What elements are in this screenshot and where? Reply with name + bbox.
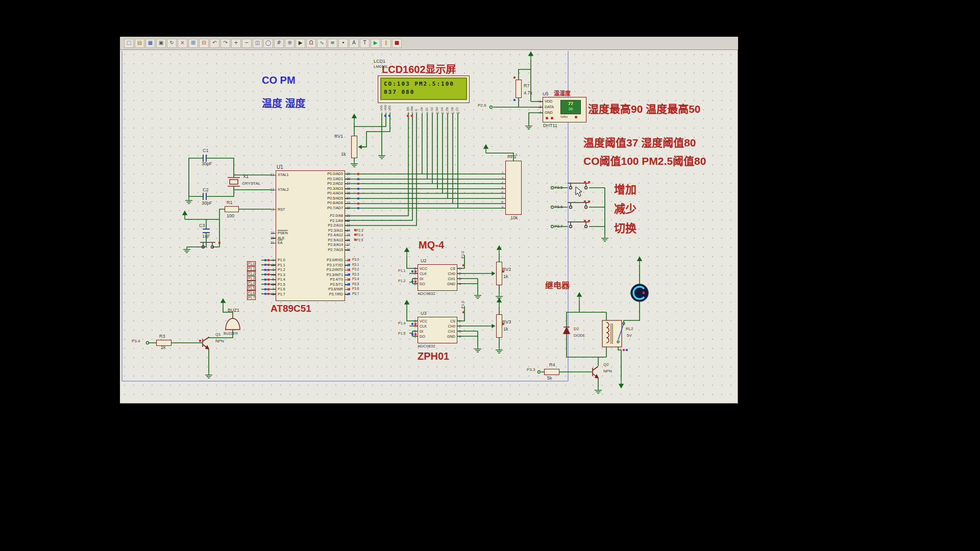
pot-rv2-body[interactable]: [496, 262, 502, 285]
rv1-value: 1k: [341, 152, 346, 157]
net-p34: P3.4: [132, 339, 140, 344]
toolbar-icon-label[interactable]: A: [349, 39, 359, 48]
key-buttons: P3.5 增加 P3.6 减少 P3.7 切换: [554, 178, 677, 236]
u2-value: ADC0832: [418, 292, 435, 296]
toolbar-icon-text[interactable]: T: [360, 39, 370, 48]
u5-value: DHT11: [543, 123, 557, 129]
net-label: P3.6: [347, 287, 368, 292]
net-p33: P3.3: [527, 368, 535, 372]
toolbar-icon-play[interactable]: ▶: [371, 39, 380, 48]
c1-value: 30pF: [202, 162, 212, 167]
toolbar-icon-save[interactable]: ▦: [145, 39, 155, 48]
toolbar-icon-zoom-all[interactable]: ◯: [263, 39, 273, 48]
toolbar-icon-redo[interactable]: ↷: [220, 39, 230, 48]
toolbar-icon-open[interactable]: ▤: [135, 39, 144, 48]
rp1-respack-body[interactable]: [505, 161, 522, 215]
net-label: P3.2: [347, 267, 368, 272]
net-p14: P1.4: [398, 321, 405, 325]
r3-ref: R3: [159, 334, 165, 339]
net-terminal[interactable]: P1.2: [247, 267, 276, 272]
mcu-pins-xtal: 19XTAL118XTAL2: [276, 167, 311, 197]
toolbar-icon-undo[interactable]: ↶: [210, 39, 219, 48]
d2-ref: D2: [574, 327, 579, 332]
net-label: P3.0: [347, 258, 368, 263]
toolbar-icon-pause[interactable]: ∥: [381, 39, 391, 48]
annotation-relay: 继电器: [545, 279, 570, 291]
net-terminal[interactable]: P1.6: [247, 287, 276, 292]
toolbar-icon-print[interactable]: ▣: [156, 39, 166, 48]
toolbar-icon-cut[interactable]: ×: [178, 39, 187, 48]
pot-rv1-body[interactable]: [351, 136, 357, 158]
button-net-label: P3.7: [554, 224, 562, 229]
dht-led-2: [551, 117, 553, 119]
annotation-co-pm: CO PM: [262, 74, 296, 86]
lcd-pins-data: D07D18D29D310D411D512D613D714: [420, 103, 460, 114]
r7-ref: R7: [524, 84, 530, 89]
lcd-line2: 037 080: [381, 89, 466, 95]
toolbar-icon-zoom-out[interactable]: −: [242, 39, 252, 48]
q2-value: NPN: [603, 369, 612, 374]
net-p12: P1.2: [398, 279, 405, 283]
toolbar-icon-grid[interactable]: #: [274, 39, 284, 48]
net-terminal[interactable]: P1.3: [247, 272, 276, 278]
q1-ref: Q1: [215, 333, 221, 337]
resistor-r1-body[interactable]: [225, 206, 239, 212]
button-action-label: 切换: [614, 219, 636, 235]
rv2-ref: RV2: [502, 267, 511, 272]
p3-net-labels: P3.0P3.1P3.2P3.3P3.4P3.5P3.6P3.7: [347, 258, 368, 296]
toolbar-icon-component-mode[interactable]: Ω: [306, 39, 316, 48]
rv3-value: 1k: [503, 327, 508, 332]
buz1-value: BUZZER: [224, 332, 238, 336]
lcd-ref: LCD1: [374, 59, 385, 64]
resistor-r4-body[interactable]: [544, 369, 559, 375]
pot-rv3-body[interactable]: [496, 314, 502, 338]
toolbar-icon-paste[interactable]: ⊟: [199, 39, 209, 48]
u3-value: ADC0832: [418, 344, 435, 349]
net-terminal[interactable]: P1.0: [247, 258, 276, 263]
dht-humidity-value: 77: [561, 101, 580, 107]
net-p10: P1.0: [461, 251, 464, 258]
u2-ref: U2: [421, 259, 427, 264]
annotation-zph01: ZPH01: [418, 350, 449, 362]
net-terminal[interactable]: P1.4: [247, 277, 276, 282]
toolbar-icon-stop[interactable]: ■: [392, 39, 402, 48]
u5-pins: 1VDD2DATA4GND: [543, 98, 563, 115]
resistor-r7-body[interactable]: [516, 80, 522, 98]
annotation-limits3: CO阈值100 PM2.5阈值80: [583, 153, 706, 168]
mcu-pins-p1: 1P1.02P1.13P1.24P1.35P1.46P1.57P1.68P1.7: [276, 258, 311, 296]
dht11-display: 77 36: [560, 100, 581, 114]
key-button-row[interactable]: P3.5 增加: [554, 178, 677, 197]
c3-ref: C3: [199, 223, 205, 229]
toolbar-icon-copy[interactable]: ⊞: [188, 39, 198, 48]
toolbar-icon-junction[interactable]: •: [338, 39, 348, 48]
r3-value: 1k: [161, 345, 166, 350]
net-p11: P1.1: [398, 269, 405, 273]
q2-ref: Q2: [603, 363, 609, 367]
net-label: P3.1: [347, 263, 368, 268]
toolbar-icon-origin[interactable]: ⊕: [285, 39, 295, 48]
toolbar-icon-selection-cursor[interactable]: ▶: [296, 39, 305, 48]
toolbar-icon-new-sheet[interactable]: □: [124, 39, 134, 48]
net-terminal[interactable]: P1.5: [247, 282, 276, 287]
key-button-row[interactable]: P3.7 切换: [554, 217, 677, 236]
rp1-pin1: 1: [516, 153, 518, 157]
toolbar-icon-bus-mode[interactable]: ≡: [328, 39, 337, 48]
toolbar-icon-zoom-in[interactable]: +: [231, 39, 241, 48]
key-button-row[interactable]: P3.6 减少: [554, 197, 677, 217]
net-p23: P2.3: [356, 229, 363, 232]
net-terminal[interactable]: P1.7: [247, 292, 276, 297]
net-terminal[interactable]: P1.1: [247, 263, 276, 268]
u5-rh-label: %RH: [560, 115, 568, 119]
rp1-pin-numbers: 23456789: [496, 171, 503, 210]
rv3-ref: RV3: [502, 320, 511, 325]
rv1-ref: RV1: [334, 134, 343, 139]
rl2-value: 5V: [627, 334, 632, 338]
u3-pins-right: CS1CH02CH13GND4: [427, 318, 457, 339]
r4-ref: R4: [549, 363, 555, 368]
toolbar-icon-wire-mode[interactable]: ∿: [317, 39, 327, 48]
toolbar-icon-refresh[interactable]: ↻: [167, 39, 177, 48]
button-action-label: 减少: [614, 199, 636, 216]
annotation-limits1: 湿度最高90 温度最高50: [588, 101, 701, 116]
r1-ref: R1: [227, 201, 233, 206]
toolbar-icon-zoom-area[interactable]: ◫: [253, 39, 262, 48]
